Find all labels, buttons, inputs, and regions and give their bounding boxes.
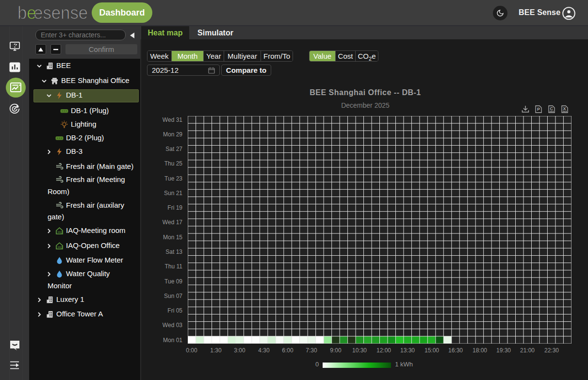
svg-text:P: P [537, 107, 540, 112]
svg-text:X: X [563, 106, 566, 111]
svg-text:IAQ: IAQ [58, 246, 63, 248]
svg-text:IAQ: IAQ [58, 231, 63, 233]
svg-text:C: C [550, 106, 554, 111]
